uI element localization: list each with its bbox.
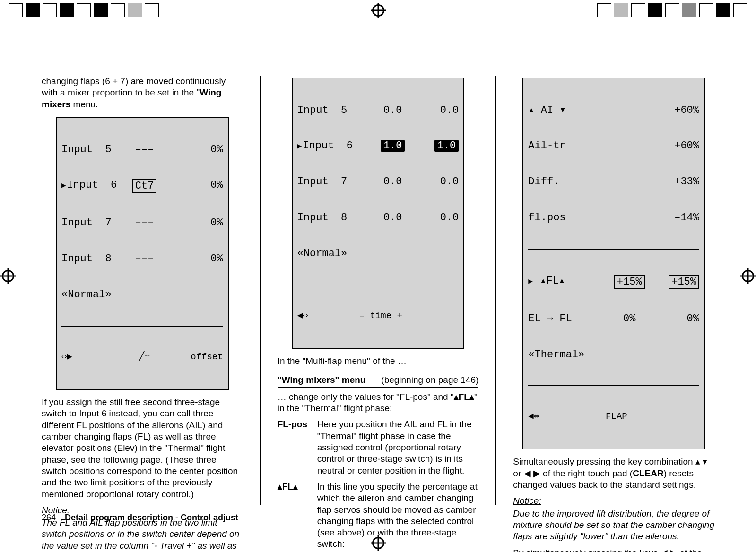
c2-para-2: … change only the values for "FL-pos" an… bbox=[278, 391, 479, 414]
column-divider-2 bbox=[495, 76, 496, 505]
pointer-icon bbox=[297, 140, 303, 152]
pointer-icon bbox=[528, 275, 534, 287]
lcd-screen-1: Input 5–––0% Input 6Ct70% Input 7–––0% I… bbox=[56, 117, 229, 390]
pointer-icon bbox=[61, 179, 67, 191]
registration-target-top bbox=[372, 4, 384, 17]
registration-target-right bbox=[742, 270, 754, 282]
page-body: changing flaps (6 + 7) are moved continu… bbox=[42, 76, 714, 505]
c2-para-1: In the "Multi-flap menu" of the … bbox=[278, 355, 479, 367]
registration-marks-top bbox=[0, 0, 756, 17]
registration-marks-bottom bbox=[0, 535, 756, 552]
registration-target-left bbox=[2, 270, 14, 282]
c1-para-1: changing flaps (6 + 7) are moved continu… bbox=[42, 76, 243, 110]
column-divider-1 bbox=[260, 76, 261, 505]
color-bars-right bbox=[597, 3, 747, 17]
color-bars-left bbox=[9, 3, 159, 17]
c3-para-1: Simultaneously pressing the key combinat… bbox=[513, 456, 714, 491]
c1-para-2: If you assign the still free second thre… bbox=[42, 397, 243, 500]
lcd-screen-2: Input 50.00.0 Input 61.01.0 Input 70.00.… bbox=[292, 78, 465, 349]
def-fl-pos: FL-posHere you position the AIL and FL i… bbox=[278, 419, 479, 476]
lcd-screen-4: ▴ AI ▾+60% Ail-tr+60% Diff.+33% fl.pos–1… bbox=[522, 78, 705, 449]
column-3: ▴ AI ▾+60% Ail-tr+60% Diff.+33% fl.pos–1… bbox=[513, 76, 714, 505]
column-1: changing flaps (6 + 7) are moved continu… bbox=[42, 76, 243, 505]
footer-title: Detail program description - Control adj… bbox=[65, 513, 238, 522]
column-2: Input 50.00.0 Input 61.01.0 Input 70.00.… bbox=[278, 76, 479, 505]
page-number: 264 bbox=[42, 513, 56, 522]
wing-mixers-menu-heading: "Wing mixers" menu(beginning on page 146… bbox=[278, 374, 479, 387]
c3-notice-label: Notice: bbox=[513, 495, 714, 507]
registration-target-bottom bbox=[372, 537, 384, 549]
page-footer: 264 Detail program description - Control… bbox=[42, 513, 238, 523]
